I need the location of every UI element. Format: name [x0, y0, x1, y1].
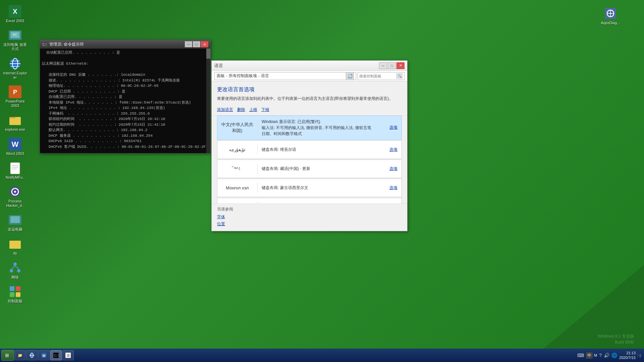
svg-line-31 [11, 266, 15, 269]
desktop-icon-excel[interactable]: X Excel 2003 [2, 3, 29, 24]
svg-rect-36 [16, 292, 20, 297]
breadcrumb-sep1: › [226, 74, 227, 78]
cmd-scroll-thumb [206, 49, 210, 59]
volume-icon[interactable]: 🔊 [604, 353, 609, 358]
refresh-btn[interactable]: 🔄 [346, 72, 354, 80]
notify-icon [8, 161, 22, 175]
cmd-maximize-btn[interactable]: □ [193, 41, 200, 47]
taskbar-apps: 📁 W C:\ [15, 350, 577, 360]
taskbar-file-explorer[interactable]: 📁 [15, 350, 25, 360]
windows-watermark: Windows 8.1 专业版 Build 9600 [598, 333, 634, 345]
lang-close-btn[interactable]: ✕ [396, 62, 405, 69]
taskbar-lang[interactable]: 语 [62, 350, 74, 360]
network-status-icon[interactable]: 🌐 [611, 353, 617, 358]
lang-titlebar: 语言 ─ □ ✕ [212, 61, 407, 71]
lang-detail-uyghur-line1: 键盘布局: 维吾尔语 [262, 146, 381, 153]
font-link[interactable]: 字体 [217, 214, 402, 220]
control-panel-icon [8, 285, 22, 298]
svg-rect-25 [10, 216, 20, 223]
cmd-window: C:\ 管理员: 命令提示符 ─ □ ✕ 自动配置已启用. . . . . . … [40, 40, 211, 154]
lang-side-title: 另请参阅 [217, 206, 402, 212]
excel-icon: X [8, 5, 22, 18]
cmd-close-btn[interactable]: ✕ [201, 41, 208, 47]
svg-text:X: X [13, 8, 17, 15]
taskbar: ⊞ 📁 W [0, 349, 644, 362]
ime-label[interactable]: 中 [586, 352, 593, 359]
lang-win-controls: ─ □ ✕ [379, 62, 405, 69]
breadcrumb-lang[interactable]: 语言 [261, 73, 269, 79]
search-button[interactable]: 🔍 [396, 73, 403, 79]
lang-option-chinese[interactable]: 选项 [385, 122, 401, 133]
desktop-icon-send[interactable]: PC 送到电脑 放置方式 [2, 27, 29, 53]
desktop-icon-dy[interactable]: dy [2, 236, 29, 257]
desktop-icon-explorer[interactable]: explorer.exe [2, 112, 29, 133]
move-down-btn[interactable]: 下移 [261, 106, 269, 113]
cmd-title: 管理员: 命令提示符 [49, 42, 84, 47]
location-link[interactable]: 位置 [217, 221, 402, 227]
lang-list-container: 中文(中华人民共和国) Windows 显示语言: 已启用(繁代) 输入法: 不… [212, 116, 407, 203]
start-button[interactable]: ⊞ [1, 350, 14, 361]
lang-item-uyghur[interactable]: ئۇيغۇرچە 键盘布局: 维吾尔语 选项 [217, 140, 402, 159]
svg-point-23 [14, 191, 16, 193]
explorer-label: explorer.exe [5, 127, 25, 132]
desktop-icon-notify[interactable]: NotifyMFu.. [2, 160, 29, 181]
lang-name-mongolian: Монгол хэл [217, 183, 258, 193]
taskbar-cmd[interactable]: C:\ [50, 350, 62, 360]
taskbar-word[interactable]: W [38, 350, 50, 360]
ime-indicator: 中 M [586, 352, 597, 359]
taskbar-ie[interactable] [26, 350, 38, 360]
keyboard-icon[interactable]: ⌨ [577, 353, 584, 358]
move-up-btn[interactable]: 上移 [249, 106, 257, 113]
desktop-icon-network[interactable]: 网络 [2, 260, 29, 281]
breadcrumb-control-panel[interactable]: 所有控制面板项 [229, 73, 257, 79]
lang-item-tibetan[interactable]: བོད། 键盘布局: 藏语(中国) · 更新 选项 [217, 160, 402, 178]
desktop-icon-ppt[interactable]: P PowerPoint2003 [2, 84, 29, 109]
taskbar-clock[interactable]: 21:13 2020/7/15 [619, 351, 636, 360]
desktop: X Excel 2003 PC 送到电脑 放置方式 [0, 0, 644, 362]
lang-name-chinese: 中文(中华人民共和国) [217, 119, 258, 136]
delete-lang-btn[interactable]: 删除 [237, 106, 245, 113]
search-input[interactable] [359, 74, 396, 78]
svg-text:语: 语 [67, 354, 70, 357]
desktop-icon-control-panel[interactable]: 控制面板 [2, 284, 29, 305]
desktop-icon-appsdiag[interactable]: AppsDiag... [597, 7, 624, 25]
desktop-icon-word[interactable]: W Word 2003 [2, 136, 29, 157]
lang-item-mongolian[interactable]: Монгол хэл 键盘布局: 蒙古语西里尔文 选项 [217, 179, 402, 197]
show-desktop-btn[interactable]: ▯ [638, 354, 641, 357]
svg-rect-34 [16, 286, 20, 291]
dy-icon [8, 237, 22, 250]
lang-option-tibetan[interactable]: 选项 [385, 163, 401, 174]
cmd-content: 自动配置已启用. . . . . . . . . : 是 以太网适配器 Ethe… [40, 49, 210, 153]
lang-item-belarusian[interactable]: Беларуская 键盘布局: 白俄罗斯语 选项 [217, 198, 402, 203]
svg-text:W: W [12, 140, 19, 148]
word-taskbar-icon: W [41, 353, 47, 358]
send2-label: 送远电脑 [8, 227, 22, 232]
breadcrumb-panel[interactable]: 面板 [217, 73, 225, 79]
lang-header: 更改语言首选项 将要使用的语言添加到此列表中。位于列表第一位的语言为主语言(即你… [212, 81, 407, 104]
lang-name-uyghur: ئۇيغۇرچە [217, 144, 258, 155]
desktop-icon-process-hacker[interactable]: ProcessHacker_d.. [2, 184, 29, 209]
lang-option-mongolian[interactable]: 选项 [385, 182, 401, 193]
add-lang-btn[interactable]: 添加语言 [217, 106, 233, 113]
lang-name-tibetan: བོད། [217, 164, 258, 174]
cmd-scrollbar[interactable] [206, 49, 210, 153]
lang-maximize-btn[interactable]: □ [388, 62, 396, 69]
win-build: Build 9600 [598, 339, 634, 345]
lang-actions: 添加语言 删除 上移 下移 [212, 104, 407, 116]
desktop-icon-send2[interactable]: 送远电脑 [2, 212, 29, 233]
lang-detail-belarusian: 键盘布局: 白俄罗斯语 [258, 201, 385, 203]
lang-name-belarusian: Беларуская [217, 202, 258, 203]
help-icon[interactable]: ? [599, 353, 602, 358]
network-icon [8, 261, 22, 275]
desktop-icon-ie[interactable]: Internet Explorer [2, 56, 29, 81]
lang-minimize-btn[interactable]: ─ [379, 62, 387, 69]
svg-rect-33 [10, 286, 14, 291]
word-label: Word 2003 [6, 152, 24, 156]
ie-icon [8, 57, 22, 70]
taskbar-right: ⌨ 中 M ? 🔊 🌐 21:13 2020/7/15 ▯ [577, 351, 643, 360]
lang-item-chinese[interactable]: 中文(中华人民共和国) Windows 显示语言: 已启用(繁代) 输入法: 不… [217, 116, 402, 140]
cmd-minimize-btn[interactable]: ─ [185, 41, 192, 47]
lang-window: 语言 ─ □ ✕ 面板 › 所有控制面板项 › 语言 🔄 🔍 [211, 60, 408, 231]
lang-option-uyghur[interactable]: 选项 [385, 144, 401, 155]
lang-option-belarusian[interactable]: 选项 [385, 201, 401, 203]
